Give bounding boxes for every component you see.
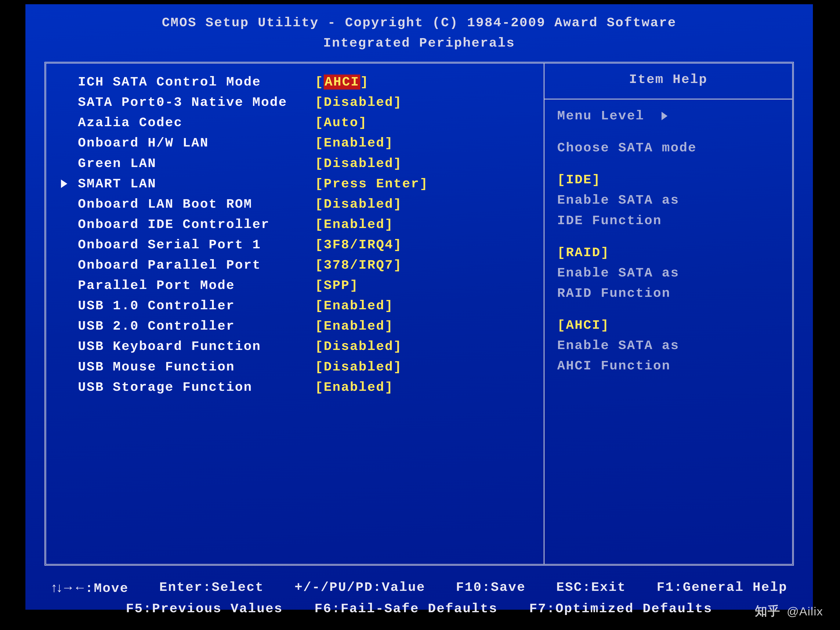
footer-row-1: ↑↓→←:Move Enter:Select +/-/PU/PD:Value F…: [51, 577, 788, 598]
header-line2: Integrated Peripherals: [25, 33, 813, 53]
help-option-desc: IDE Function: [557, 211, 780, 231]
setting-label: Onboard Parallel Port: [78, 255, 315, 275]
setting-row[interactable]: Onboard IDE Controller[Enabled]: [61, 215, 537, 235]
setting-row[interactable]: Green LAN[Disabled]: [61, 153, 537, 174]
footer-row-2: F5:Previous Values F6:Fail-Safe Defaults…: [51, 598, 788, 619]
setting-value[interactable]: [SPP]: [315, 275, 358, 296]
setting-value[interactable]: [Disabled]: [315, 357, 402, 377]
help-option-desc: Enable SATA as: [557, 263, 780, 283]
setting-label: USB 2.0 Controller: [78, 316, 315, 336]
setting-label: SMART LAN: [78, 174, 315, 194]
main-box: ICH SATA Control Mode[AHCI]SATA Port0-3 …: [44, 62, 794, 566]
help-option-name: [AHCI]: [557, 315, 780, 336]
help-option-name: [RAID]: [557, 243, 780, 263]
setting-value[interactable]: [Enabled]: [315, 133, 393, 153]
setting-row[interactable]: USB Storage Function[Enabled]: [61, 377, 537, 398]
submenu-arrow-icon: [61, 174, 78, 194]
setting-label: Parallel Port Mode: [78, 275, 315, 296]
setting-row[interactable]: ICH SATA Control Mode[AHCI]: [61, 72, 537, 92]
setting-value[interactable]: [Enabled]: [315, 377, 393, 398]
watermark: 知乎 @Ailix: [755, 603, 823, 619]
help-title: Item Help: [545, 63, 792, 99]
setting-label: USB Keyboard Function: [78, 336, 315, 357]
setting-label: Onboard H/W LAN: [78, 133, 315, 153]
setting-label: Azalia Codec: [78, 113, 315, 133]
setting-value[interactable]: [Disabled]: [315, 194, 402, 215]
help-option-desc: Enable SATA as: [557, 190, 780, 210]
help-option-desc: Enable SATA as: [557, 336, 780, 356]
help-option-name: [IDE]: [557, 170, 780, 190]
setting-row[interactable]: USB 2.0 Controller[Enabled]: [61, 316, 537, 336]
setting-value[interactable]: [Enabled]: [315, 215, 393, 235]
setting-label: SATA Port0-3 Native Mode: [78, 92, 315, 113]
setting-row[interactable]: USB 1.0 Controller[Enabled]: [61, 296, 537, 316]
setting-label: USB 1.0 Controller: [78, 296, 315, 316]
setting-row[interactable]: Onboard Parallel Port[378/IRQ7]: [61, 255, 537, 275]
hint-move: ↑↓→←:Move: [51, 577, 129, 598]
help-option-desc: AHCI Function: [557, 356, 780, 376]
help-option: [AHCI]Enable SATA asAHCI Function: [557, 315, 780, 376]
setting-row[interactable]: SATA Port0-3 Native Mode[Disabled]: [61, 92, 537, 113]
setting-label: Onboard IDE Controller: [78, 215, 315, 235]
setting-label: Onboard Serial Port 1: [78, 235, 315, 255]
bios-screen: CMOS Setup Utility - Copyright (C) 1984-…: [25, 4, 813, 609]
setting-value[interactable]: [AHCI]: [315, 72, 369, 92]
setting-value[interactable]: [Enabled]: [315, 296, 393, 316]
menu-level: Menu Level: [557, 106, 780, 126]
setting-value[interactable]: [3F8/IRQ4]: [315, 235, 402, 255]
hint-opt: F7:Optimized Defaults: [529, 598, 712, 619]
chevron-right-icon: [662, 112, 668, 120]
zhihu-logo-icon: 知乎: [755, 603, 780, 619]
setting-value[interactable]: [Enabled]: [315, 316, 393, 336]
setting-row[interactable]: USB Mouse Function[Disabled]: [61, 357, 537, 377]
setting-label: USB Mouse Function: [78, 357, 315, 377]
setting-value[interactable]: [Disabled]: [315, 336, 402, 357]
hint-exit: ESC:Exit: [556, 577, 626, 598]
setting-row[interactable]: Onboard Serial Port 1[3F8/IRQ4]: [61, 235, 537, 255]
hint-value: +/-/PU/PD:Value: [294, 577, 425, 598]
setting-row[interactable]: Onboard LAN Boot ROM[Disabled]: [61, 194, 537, 215]
help-option-desc: RAID Function: [557, 283, 780, 303]
help-body: Menu Level Choose SATA mode [IDE]Enable …: [545, 99, 792, 382]
setting-value[interactable]: [378/IRQ7]: [315, 255, 402, 275]
help-option: [RAID]Enable SATA asRAID Function: [557, 243, 780, 303]
settings-list: ICH SATA Control Mode[AHCI]SATA Port0-3 …: [46, 63, 544, 564]
setting-label: USB Storage Function: [78, 377, 315, 398]
hint-help: F1:General Help: [657, 577, 788, 598]
hint-select: Enter:Select: [159, 577, 264, 598]
setting-label: ICH SATA Control Mode: [78, 72, 315, 92]
header-line1: CMOS Setup Utility - Copyright (C) 1984-…: [25, 13, 813, 33]
help-option: [IDE]Enable SATA asIDE Function: [557, 170, 780, 231]
watermark-author: @Ailix: [787, 605, 823, 618]
setting-value[interactable]: [Press Enter]: [315, 174, 428, 194]
menu-level-label: Menu Level: [557, 108, 644, 123]
setting-label: Green LAN: [78, 153, 315, 174]
setting-row[interactable]: SMART LAN[Press Enter]: [61, 174, 537, 194]
help-panel: Item Help Menu Level Choose SATA mode [I…: [544, 63, 792, 564]
setting-value[interactable]: [Disabled]: [315, 153, 402, 174]
setting-label: Onboard LAN Boot ROM: [78, 194, 315, 215]
hint-save: F10:Save: [456, 577, 526, 598]
setting-value[interactable]: [Auto]: [315, 113, 367, 133]
footer: ↑↓→←:Move Enter:Select +/-/PU/PD:Value F…: [25, 572, 813, 619]
setting-row[interactable]: Onboard H/W LAN[Enabled]: [61, 133, 537, 153]
header: CMOS Setup Utility - Copyright (C) 1984-…: [25, 4, 813, 58]
setting-row[interactable]: Parallel Port Mode[SPP]: [61, 275, 537, 296]
hint-fail: F6:Fail-Safe Defaults: [314, 598, 498, 619]
setting-value[interactable]: [Disabled]: [315, 92, 402, 113]
help-intro: Choose SATA mode: [557, 138, 780, 158]
setting-row[interactable]: USB Keyboard Function[Disabled]: [61, 336, 537, 357]
setting-row[interactable]: Azalia Codec[Auto]: [61, 113, 537, 133]
hint-prev: F5:Previous Values: [126, 598, 283, 619]
